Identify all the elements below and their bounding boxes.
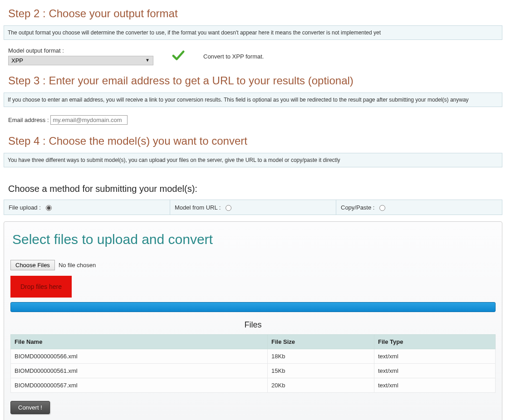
step2-info: The output format you choose will determ… <box>4 25 502 40</box>
method-url-label: Model from URL : <box>175 204 221 211</box>
progress-bar <box>10 302 496 312</box>
upload-title: Select files to upload and convert <box>12 232 494 247</box>
step2-title: Step 2 : Choose your output format <box>8 7 502 20</box>
method-title: Choose a method for submitting your mode… <box>8 184 502 194</box>
method-paste-label: Copy/Paste : <box>341 204 374 211</box>
convert-button[interactable]: Convert ! <box>10 401 50 414</box>
table-row: BIOMD0000000567.xml 20Kb text/xml <box>11 378 496 393</box>
cell-file-type: text/xml <box>374 364 495 378</box>
method-upload-label: File upload : <box>9 204 41 211</box>
cell-file-type: text/xml <box>374 378 495 393</box>
method-options: File upload : Model from URL : Copy/Past… <box>4 200 502 215</box>
choose-files-button[interactable]: Choose Files <box>10 260 55 270</box>
method-paste-radio[interactable] <box>379 205 385 211</box>
col-file-type: File Type <box>374 335 495 349</box>
step3-title: Step 3 : Enter your email address to get… <box>8 74 502 87</box>
upload-panel: Select files to upload and convert Choos… <box>4 221 502 420</box>
step4-info: You have three different ways to submit … <box>4 153 502 167</box>
check-icon <box>172 50 185 63</box>
col-file-name: File Name <box>11 335 268 349</box>
step3-info: If you choose to enter an email address,… <box>4 93 502 107</box>
step4-title: Step 4 : Choose the model(s) you want to… <box>8 135 502 147</box>
files-caption: Files <box>10 320 496 330</box>
col-file-size: File Size <box>268 335 374 349</box>
files-header-row: File Name File Size File Type <box>11 335 496 349</box>
method-paste[interactable]: Copy/Paste : <box>336 200 502 215</box>
method-url-radio[interactable] <box>226 205 231 211</box>
cell-file-size: 20Kb <box>268 378 374 393</box>
cell-file-type: text/xml <box>374 349 495 364</box>
files-table: File Name File Size File Type BIOMD00000… <box>10 334 496 393</box>
step2-row: Model output format : XPP Convert to XPP… <box>4 45 502 71</box>
convert-format-msg: Convert to XPP format. <box>203 53 264 60</box>
cell-file-name: BIOMD0000000566.xml <box>11 349 268 364</box>
table-row: BIOMD0000000561.xml 15Kb text/xml <box>11 364 496 378</box>
output-format-select[interactable]: XPP <box>8 56 153 65</box>
drop-zone[interactable]: Drop files here <box>10 276 72 298</box>
table-row: BIOMD0000000566.xml 18Kb text/xml <box>11 349 496 364</box>
cell-file-size: 18Kb <box>268 349 374 364</box>
cell-file-size: 15Kb <box>268 364 374 378</box>
no-file-label: No file chosen <box>59 262 96 269</box>
method-url[interactable]: Model from URL : <box>170 200 336 215</box>
method-upload-radio[interactable] <box>46 205 52 211</box>
email-field[interactable] <box>50 115 128 125</box>
email-row: Email address : <box>4 112 502 131</box>
output-format-label: Model output format : <box>8 47 153 54</box>
cell-file-name: BIOMD0000000567.xml <box>11 378 268 393</box>
method-upload[interactable]: File upload : <box>4 200 170 215</box>
email-label: Email address : <box>8 117 49 123</box>
cell-file-name: BIOMD0000000561.xml <box>11 364 268 378</box>
